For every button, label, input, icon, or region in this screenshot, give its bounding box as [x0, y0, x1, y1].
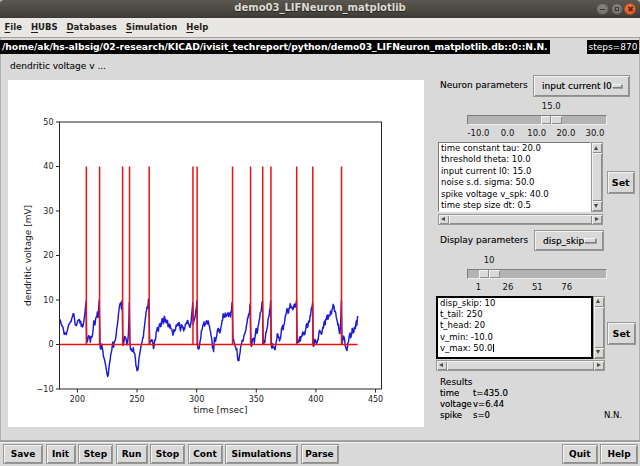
result-value-time: t=435.0 — [473, 388, 508, 398]
signature-label: N.N. — [604, 410, 622, 420]
y-tick-label: 0 — [48, 340, 53, 349]
scroll-left-arrow[interactable] — [437, 361, 447, 370]
toolbar-left-group: SaveInitStepRunStopContSimulationsParse — [3, 444, 339, 464]
results-heading: Results — [440, 377, 473, 387]
neuron-parameters-label: Neuron parameters — [440, 80, 528, 90]
text-cursor — [493, 344, 495, 353]
right-arrow-icon — [595, 217, 599, 221]
close-icon — [625, 4, 636, 15]
display-parameter-dropdown[interactable]: disp_skip — [534, 230, 604, 251]
scroll-right-arrow[interactable] — [594, 361, 604, 370]
menu-item-help[interactable]: Help — [182, 18, 213, 37]
up-arrow-icon — [594, 146, 598, 150]
window-title: demo03_LIFNeuron_matplotlib — [0, 2, 640, 13]
slider-handle[interactable] — [541, 116, 562, 124]
run-button[interactable]: Run — [116, 444, 148, 464]
slider-trough[interactable] — [467, 115, 607, 125]
minimize-button[interactable] — [596, 3, 609, 16]
scroll-down-arrow[interactable] — [594, 348, 604, 358]
scroll-right-arrow[interactable] — [592, 215, 602, 224]
slider-tick-label: 30.0 — [586, 128, 605, 138]
down-arrow-icon — [596, 350, 600, 354]
quit-button[interactable]: Quit — [562, 444, 598, 464]
plot-title-label: dendritic voltage v ... — [10, 61, 106, 71]
x-tick-label: 250 — [129, 395, 144, 404]
dropdown-indicator-icon — [584, 238, 596, 243]
list-item[interactable]: spike voltage v_spk: 40.0 — [439, 189, 591, 200]
vscrollbar-thumb[interactable] — [594, 307, 604, 348]
x-tick-label: 400 — [308, 395, 323, 404]
maximize-button[interactable] — [611, 3, 624, 16]
step-button[interactable]: Step — [78, 444, 113, 464]
display-parameter-dropdown-value: disp_skip — [535, 236, 584, 246]
left-arrow-icon — [441, 217, 445, 221]
slider-tick-label: -10.0 — [468, 128, 490, 138]
scroll-left-arrow[interactable] — [439, 215, 449, 224]
display-set-button[interactable]: Set — [607, 322, 636, 345]
steps-counter: steps=870 — [587, 40, 639, 54]
list-item[interactable]: t_tail: 250 — [438, 309, 592, 320]
hscrollbar-thumb[interactable] — [449, 215, 592, 224]
display-listbox-vscrollbar[interactable] — [593, 296, 605, 359]
x-axis-label: time [msec] — [193, 405, 247, 415]
list-item[interactable]: time step size dt: 0.5 — [439, 200, 591, 211]
x-tick-label: 300 — [189, 395, 204, 404]
help-button[interactable]: Help — [600, 444, 638, 464]
list-item[interactable]: disp_skip: 10 — [438, 298, 592, 309]
neuron-parameter-dropdown-value: input current I0 — [534, 81, 612, 91]
parse-button[interactable]: Parse — [301, 444, 339, 464]
display-listbox-hscrollbar[interactable] — [436, 360, 605, 371]
dropdown-indicator-icon — [612, 84, 622, 89]
simulations-button[interactable]: Simulations — [225, 444, 298, 464]
slider-tick-label: 10.0 — [527, 128, 546, 138]
neuron-set-button[interactable]: Set — [607, 171, 636, 194]
display-parameters-label: Display parameters — [440, 235, 528, 245]
neuron-parameter-dropdown[interactable]: input current I0 — [533, 75, 630, 97]
result-value-spike: s=0 — [473, 410, 490, 420]
slider-tick-label: 51 — [532, 282, 543, 292]
x-tick-label: 450 — [368, 395, 383, 404]
vscrollbar-thumb[interactable] — [592, 153, 602, 201]
list-item[interactable]: time constant tau: 20.0 — [439, 143, 591, 154]
neuron-listbox-vscrollbar[interactable] — [591, 142, 603, 212]
stop-button[interactable]: Stop — [150, 444, 185, 464]
right-arrow-icon — [597, 363, 601, 367]
init-button[interactable]: Init — [46, 444, 76, 464]
up-arrow-icon — [596, 299, 600, 303]
slider-trough[interactable] — [467, 269, 607, 279]
menu-item-databases[interactable]: Databases — [62, 18, 121, 37]
list-item[interactable]: noise s.d. sigma: 50.0 — [439, 177, 591, 188]
slider-handle[interactable] — [479, 270, 500, 278]
x-tick-label: 200 — [70, 395, 85, 404]
toolbar-right-group: QuitHelp — [562, 444, 638, 464]
menu-item-hubs[interactable]: HUBS — [26, 18, 62, 37]
menu-item-file[interactable]: File — [0, 18, 26, 37]
matplotlib-figure[interactable]: 200250300350400450−1001020304050time [ms… — [8, 80, 424, 427]
neuron-listbox-hscrollbar[interactable] — [438, 214, 603, 225]
scroll-up-arrow[interactable] — [592, 143, 602, 153]
result-value-voltage: v=6.44 — [473, 399, 504, 409]
down-arrow-icon — [594, 204, 598, 208]
y-axis-label: dendritic voltage [mV] — [23, 205, 33, 306]
slider-value-label: 10 — [484, 255, 495, 265]
titlebar[interactable]: demo03_LIFNeuron_matplotlib — [0, 0, 640, 18]
hscrollbar-thumb[interactable] — [447, 361, 594, 370]
list-item[interactable]: v_min: -10.0 — [438, 332, 592, 343]
cont-button[interactable]: Cont — [188, 444, 223, 464]
display-parameters-listbox[interactable]: disp_skip: 10t_tail: 250t_head: 20v_min:… — [436, 296, 594, 359]
slider-tick-label: 20.0 — [556, 128, 575, 138]
close-button[interactable] — [624, 3, 637, 16]
scroll-up-arrow[interactable] — [594, 297, 604, 307]
axes-box — [60, 122, 382, 389]
list-item[interactable]: input current I0: 15.0 — [439, 166, 591, 177]
neuron-parameters-listbox[interactable]: time constant tau: 20.0threshold theta: … — [438, 142, 592, 212]
save-button[interactable]: Save — [3, 444, 43, 464]
scroll-down-arrow[interactable] — [592, 201, 602, 211]
list-item[interactable]: t_head: 20 — [438, 320, 592, 331]
menu-item-simulation[interactable]: Simulation — [121, 18, 181, 37]
list-item[interactable]: threshold theta: 10.0 — [439, 154, 591, 165]
list-item[interactable]: v_max: 50.0 — [438, 343, 592, 354]
menubar: FileHUBSDatabasesSimulationHelp — [0, 18, 640, 38]
x-tick-label: 350 — [249, 395, 264, 404]
application-window: demo03_LIFNeuron_matplotlib FileHUBSData… — [0, 0, 640, 466]
